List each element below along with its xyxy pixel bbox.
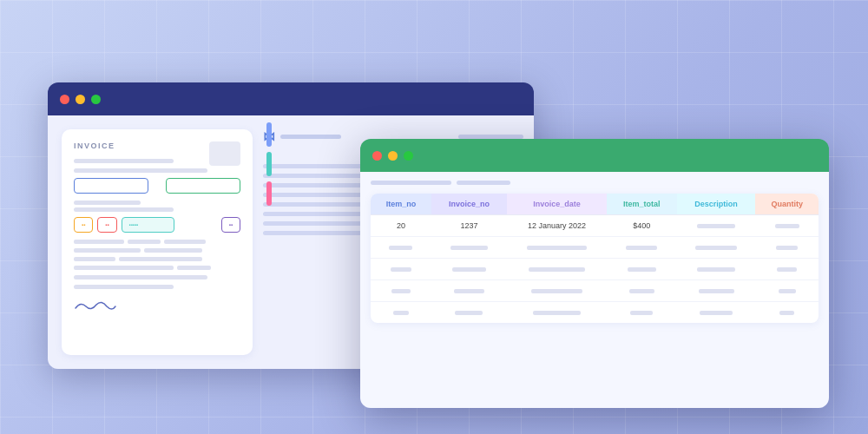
- window-back-titlebar: [48, 82, 534, 115]
- invoice-line: [74, 159, 174, 163]
- invoice-signature: [74, 298, 240, 317]
- cell-item-total: [607, 280, 677, 302]
- table-row: [371, 259, 819, 280]
- table-row: [371, 302, 819, 323]
- cell-item-no: [371, 259, 431, 280]
- cell-description: [677, 237, 756, 259]
- col-invoice-no: Invoice_no: [431, 194, 507, 215]
- invoice-panel: INVOICE ▪▪ ▪▪ ▪▪▪▪▪: [62, 129, 253, 355]
- col-invoice-date: Invoice_date: [507, 194, 607, 215]
- btn-label: ▪▪: [82, 222, 85, 227]
- cell-invoice-date: 12 January 2022: [507, 215, 607, 237]
- btn-label: ▪▪▪▪▪: [129, 222, 139, 227]
- front-top-lines: [371, 181, 819, 185]
- cell-description: [677, 215, 756, 237]
- dot-green-front[interactable]: [404, 151, 413, 161]
- col-item-no: Item_no: [371, 194, 431, 215]
- table-row: [371, 280, 819, 302]
- cell-invoice-no: [431, 302, 507, 323]
- data-table: Item_no Invoice_no Invoice_date Item_tot…: [371, 194, 819, 323]
- table-row: 20 1237 12 January 2022 $400: [371, 215, 819, 237]
- cell-invoice-date: [507, 302, 607, 323]
- cell-item-no: [371, 302, 431, 323]
- cell-quantity: [755, 215, 819, 237]
- invoice-line: [74, 285, 174, 289]
- cell-quantity: [755, 280, 819, 302]
- window-front-body: Item_no Invoice_no Invoice_date Item_tot…: [360, 172, 829, 408]
- dot-yellow[interactable]: [76, 95, 85, 104]
- sidebar-bar-blue: [266, 122, 272, 147]
- sidebar-bar-pink: [266, 181, 272, 206]
- cell-item-total: [607, 237, 677, 259]
- invoice-field-green[interactable]: [166, 178, 240, 194]
- cell-item-no: [371, 237, 431, 259]
- invoice-line: [74, 168, 207, 173]
- invoice-logo-box: [209, 141, 240, 166]
- cell-invoice-date: [507, 259, 607, 280]
- dot-red[interactable]: [60, 95, 69, 104]
- btn-label: ▪▪: [105, 222, 108, 227]
- btn-label: ▪▪: [229, 222, 233, 227]
- sidebar-bars: [266, 96, 272, 355]
- window-front: Item_no Invoice_no Invoice_date Item_tot…: [360, 139, 829, 408]
- cell-item-no: [371, 280, 431, 302]
- cell-item-total: $400: [607, 215, 677, 237]
- cell-item-no: 20: [371, 215, 431, 237]
- cell-description: [677, 280, 756, 302]
- cell-quantity: [755, 259, 819, 280]
- invoice-line: [74, 207, 174, 212]
- dot-yellow-front[interactable]: [388, 151, 398, 161]
- sidebar-bar-teal: [266, 152, 272, 176]
- cell-quantity: [755, 237, 819, 259]
- invoice-btn-purple[interactable]: ▪▪: [221, 217, 240, 233]
- invoice-btn-teal[interactable]: ▪▪▪▪▪: [122, 217, 175, 233]
- col-item-total: Item_total: [607, 194, 677, 215]
- invoice-line: [74, 275, 207, 279]
- invoice-btn-red[interactable]: ▪▪: [97, 217, 116, 233]
- cell-invoice-date: [507, 237, 607, 259]
- invoice-btn-row: ▪▪ ▪▪ ▪▪▪▪▪ ▪▪: [74, 217, 240, 233]
- table-row: [371, 237, 819, 259]
- cell-invoice-date: [507, 280, 607, 302]
- cell-invoice-no: [431, 237, 507, 259]
- cell-item-total: [607, 259, 677, 280]
- invoice-field-blue[interactable]: [74, 178, 148, 194]
- cell-item-total: [607, 302, 677, 323]
- dot-green[interactable]: [91, 95, 101, 104]
- cell-description: [677, 259, 756, 280]
- cell-invoice-no: [431, 280, 507, 302]
- col-description: Description: [677, 194, 756, 215]
- invoice-btn-orange[interactable]: ▪▪: [74, 217, 93, 233]
- cell-description: [677, 302, 756, 323]
- invoice-line: [74, 201, 141, 205]
- cell-invoice-no: 1237: [431, 215, 507, 237]
- invoice-data-rows: [74, 240, 240, 270]
- dot-red-front[interactable]: [372, 151, 382, 161]
- table-header-row: Item_no Invoice_no Invoice_date Item_tot…: [371, 194, 819, 215]
- cell-invoice-no: [431, 259, 507, 280]
- col-quantity: Quantity: [755, 194, 819, 215]
- cell-quantity: [755, 302, 819, 323]
- window-front-titlebar: [360, 139, 829, 172]
- invoice-field-row: [74, 178, 240, 194]
